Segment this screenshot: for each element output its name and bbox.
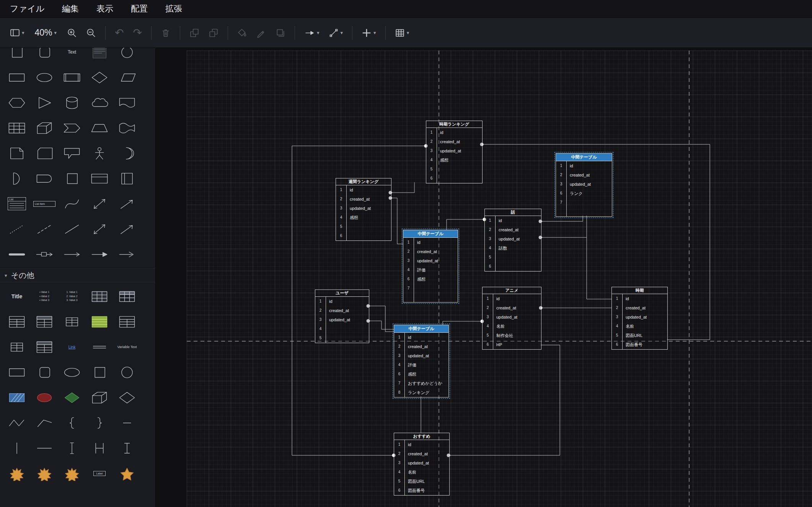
er-row[interactable]: 8ランキング xyxy=(394,388,448,397)
er-row[interactable]: 2created_at xyxy=(394,449,449,458)
zoom-out-button[interactable] xyxy=(83,25,99,41)
section-more-shapes[interactable]: ▾ その他 xyxy=(0,268,155,282)
er-table-wa[interactable]: 話1id2created_at3updated_at4話数56 xyxy=(484,209,541,271)
er-edge[interactable] xyxy=(587,216,611,299)
shadow-button[interactable] xyxy=(272,25,289,41)
er-row[interactable]: 7 xyxy=(556,198,612,207)
er-row[interactable]: 4話数 xyxy=(485,244,541,253)
shape-short-dash[interactable] xyxy=(113,410,141,435)
shape-link-text[interactable]: Link xyxy=(58,334,86,360)
er-row[interactable]: 2created_at xyxy=(556,170,612,180)
shape-ordered-list[interactable]: 1. Value 12. Value 23. Value 3 xyxy=(58,284,86,309)
table-button[interactable]: ▾ xyxy=(391,25,413,41)
er-table-anime[interactable]: アニメ1id2created_at3updated_at4名前5制作会社6HP xyxy=(482,287,541,350)
shape-arrow[interactable] xyxy=(113,191,141,216)
er-table-title[interactable]: 話 xyxy=(485,209,541,216)
er-row[interactable]: 1id xyxy=(612,294,667,303)
shape-table-3[interactable] xyxy=(58,309,86,334)
shape-line[interactable] xyxy=(58,216,86,242)
er-row[interactable]: 2created_at xyxy=(426,137,482,146)
er-table-jiki-ranking[interactable]: 時期ランキング1id2created_at3updated_at4感想56 xyxy=(426,121,483,183)
er-table-title[interactable]: 時期 xyxy=(612,287,667,294)
er-table-title[interactable]: 中間テーブル xyxy=(394,325,448,333)
shape-dashed-line[interactable] xyxy=(31,216,58,242)
shape-arrow-label[interactable] xyxy=(31,242,58,267)
shape-circle-plain[interactable] xyxy=(113,360,141,385)
insert-button[interactable]: ▾ xyxy=(358,25,380,41)
shape-green-diamond[interactable] xyxy=(58,385,86,410)
er-table-title[interactable]: 時期ランキング xyxy=(426,121,482,128)
er-row[interactable]: 3updated_at xyxy=(315,315,369,324)
shape-ellipse[interactable] xyxy=(31,65,58,90)
shape-cylinder[interactable] xyxy=(58,90,86,115)
er-table-title[interactable]: ユーザ xyxy=(315,290,369,297)
shape-i-beam[interactable] xyxy=(113,435,141,461)
shape-bidirectional-arrow[interactable] xyxy=(86,191,113,216)
shape-document[interactable] xyxy=(113,90,141,115)
menu-extras[interactable]: 拡張 xyxy=(165,3,182,15)
er-row[interactable]: 3updated_at xyxy=(483,312,541,322)
shape-orange-blob-1[interactable] xyxy=(3,461,31,486)
er-table-chukan-mid[interactable]: 中間テーブル1id2created_at3updated_at4評価6感想7 xyxy=(403,230,458,303)
shape-rectangle[interactable] xyxy=(3,65,31,90)
shape-right-brace[interactable] xyxy=(86,410,113,435)
shape-actor[interactable] xyxy=(86,141,113,166)
shape-mini-table-1[interactable] xyxy=(3,334,31,360)
er-row[interactable]: 2created_at xyxy=(483,303,541,312)
er-edge[interactable] xyxy=(390,198,403,244)
er-table-chukan-btm[interactable]: 中間テーブル1id2created_at3updated_at4評価6感想7おす… xyxy=(394,325,449,397)
shape-green-table[interactable] xyxy=(86,309,113,334)
shape-circle[interactable] xyxy=(113,48,141,65)
er-row[interactable]: 4名前 xyxy=(394,468,449,477)
er-row[interactable]: 1id xyxy=(483,294,541,303)
shape-label-tag[interactable]: Label xyxy=(86,461,113,486)
er-row[interactable]: 1id xyxy=(426,128,482,137)
shape-list-item[interactable]: List Item xyxy=(31,191,58,216)
er-row[interactable]: 5 xyxy=(336,222,391,231)
shape-simple-arrow[interactable] xyxy=(58,242,86,267)
er-row[interactable]: 6 xyxy=(426,174,482,183)
line-color-button[interactable] xyxy=(253,25,270,41)
er-table-user[interactable]: ユーザ1id2created_at3updated_at45 xyxy=(315,289,369,343)
er-edge[interactable] xyxy=(443,321,482,325)
er-row[interactable]: 6図面番号 xyxy=(394,486,449,495)
zoom-in-button[interactable] xyxy=(64,25,80,41)
menu-arrange[interactable]: 配置 xyxy=(131,3,148,15)
shape-dark-grid-table[interactable] xyxy=(86,284,113,309)
fill-color-button[interactable] xyxy=(234,25,251,41)
er-row[interactable]: 6感想 xyxy=(403,275,458,284)
er-row[interactable]: 6HP xyxy=(483,340,541,349)
shape-red-ellipse[interactable] xyxy=(31,385,58,410)
shape-directional-arrow[interactable] xyxy=(113,216,141,242)
shape-tape[interactable] xyxy=(113,115,141,141)
shape-double-arrow[interactable] xyxy=(86,216,113,242)
shape-dotted-line[interactable] xyxy=(3,216,31,242)
shape-note[interactable] xyxy=(3,141,31,166)
shape-plain-square[interactable] xyxy=(58,166,86,191)
delete-button[interactable] xyxy=(157,25,174,41)
er-table-title[interactable]: おすすめ xyxy=(394,433,449,440)
shape-orange-blob-3[interactable] xyxy=(58,461,86,486)
shape-table-2[interactable] xyxy=(31,309,58,334)
shape-table-1[interactable] xyxy=(3,309,31,334)
shape-cube[interactable] xyxy=(31,115,58,141)
to-front-button[interactable] xyxy=(186,25,203,41)
shape-hatched-rectangle[interactable] xyxy=(3,385,31,410)
er-row[interactable]: 3updated_at xyxy=(336,204,391,213)
shape-and[interactable] xyxy=(3,166,31,191)
er-row[interactable]: 4名前 xyxy=(612,322,667,331)
er-table-title[interactable]: 週間ランキング xyxy=(336,178,391,185)
er-row[interactable]: 3updated_at xyxy=(612,312,667,322)
er-row[interactable]: 2created_at xyxy=(336,195,391,204)
er-row[interactable]: 6図面番号 xyxy=(612,340,667,349)
shape-data-storage[interactable] xyxy=(31,166,58,191)
er-table-title[interactable]: アニメ xyxy=(483,287,541,294)
undo-button[interactable]: ↶ xyxy=(111,25,127,41)
zoom-level-button[interactable]: 40% ▾ xyxy=(30,25,62,41)
shape-date-text[interactable] xyxy=(86,334,113,360)
er-row[interactable]: 4感想 xyxy=(426,155,482,165)
shape-table-4[interactable] xyxy=(113,309,141,334)
er-edge[interactable] xyxy=(447,219,484,230)
er-row[interactable]: 2created_at xyxy=(394,342,448,351)
shape-left-brace[interactable] xyxy=(58,410,86,435)
